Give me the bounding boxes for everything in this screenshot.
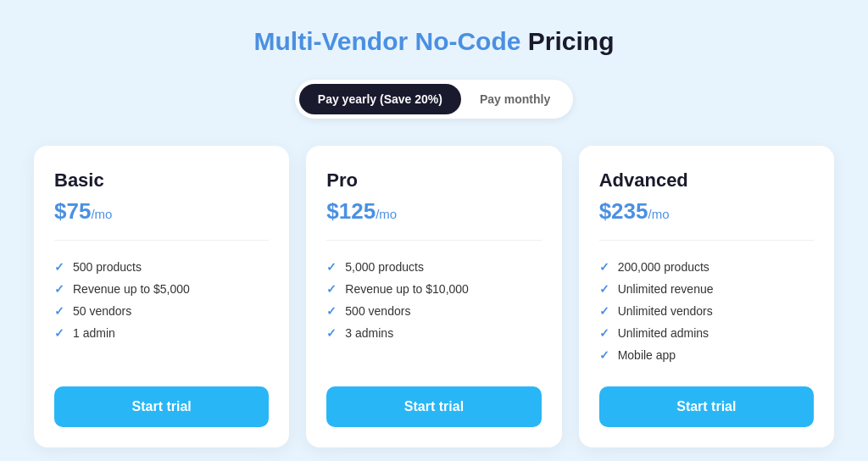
checkmark-icon: ✓ bbox=[326, 304, 337, 318]
features-list-pro: ✓5,000 products✓Revenue up to $10,000✓50… bbox=[326, 256, 541, 366]
plan-price-pro: $125/mo bbox=[326, 198, 541, 225]
checkmark-icon: ✓ bbox=[326, 260, 337, 274]
checkmark-icon: ✓ bbox=[54, 326, 64, 340]
feature-text: Unlimited vendors bbox=[618, 304, 713, 318]
plan-name-pro: Pro bbox=[326, 169, 541, 192]
list-item: ✓500 products bbox=[54, 256, 269, 278]
feature-text: Revenue up to $5,000 bbox=[73, 282, 190, 296]
feature-text: 500 products bbox=[73, 260, 142, 274]
feature-text: Revenue up to $10,000 bbox=[345, 282, 469, 296]
feature-text: 50 vendors bbox=[73, 304, 131, 318]
list-item: ✓Unlimited admins bbox=[599, 322, 814, 344]
page-title: Multi-Vendor No-Code Pricing bbox=[253, 27, 614, 56]
checkmark-icon: ✓ bbox=[54, 282, 64, 296]
title-suffix: Pricing bbox=[520, 27, 614, 55]
pay-monthly-button[interactable]: Pay monthly bbox=[461, 84, 569, 114]
checkmark-icon: ✓ bbox=[599, 326, 609, 340]
checkmark-icon: ✓ bbox=[54, 304, 64, 318]
checkmark-icon: ✓ bbox=[326, 282, 337, 296]
feature-text: Unlimited revenue bbox=[618, 282, 714, 296]
checkmark-icon: ✓ bbox=[599, 282, 609, 296]
start-trial-button-advanced[interactable]: Start trial bbox=[599, 386, 814, 427]
plans-grid: Basic$75/mo✓500 products✓Revenue up to $… bbox=[34, 146, 834, 447]
feature-text: Mobile app bbox=[618, 348, 676, 362]
plan-card-pro: Pro$125/mo✓5,000 products✓Revenue up to … bbox=[306, 146, 561, 447]
feature-text: 200,000 products bbox=[618, 260, 709, 274]
feature-text: 1 admin bbox=[73, 326, 115, 340]
list-item: ✓50 vendors bbox=[54, 300, 269, 322]
checkmark-icon: ✓ bbox=[326, 326, 337, 340]
start-trial-button-pro[interactable]: Start trial bbox=[326, 386, 541, 427]
page-wrapper: Multi-Vendor No-Code Pricing Pay yearly … bbox=[0, 0, 868, 461]
plan-card-advanced: Advanced$235/mo✓200,000 products✓Unlimit… bbox=[579, 146, 834, 447]
plan-card-basic: Basic$75/mo✓500 products✓Revenue up to $… bbox=[34, 146, 289, 447]
feature-text: 500 vendors bbox=[345, 304, 410, 318]
feature-text: Unlimited admins bbox=[618, 326, 709, 340]
billing-toggle: Pay yearly (Save 20%) Pay monthly bbox=[295, 80, 573, 119]
feature-text: 5,000 products bbox=[345, 260, 424, 274]
features-list-basic: ✓500 products✓Revenue up to $5,000✓50 ve… bbox=[54, 256, 269, 366]
plan-divider-basic bbox=[54, 240, 269, 241]
checkmark-icon: ✓ bbox=[599, 260, 609, 274]
feature-text: 3 admins bbox=[345, 326, 393, 340]
pay-yearly-button[interactable]: Pay yearly (Save 20%) bbox=[299, 84, 461, 114]
list-item: ✓Unlimited vendors bbox=[599, 300, 814, 322]
list-item: ✓Revenue up to $10,000 bbox=[326, 278, 541, 300]
plan-price-basic: $75/mo bbox=[54, 198, 269, 225]
plan-divider-advanced bbox=[599, 240, 814, 241]
checkmark-icon: ✓ bbox=[54, 260, 64, 274]
list-item: ✓3 admins bbox=[326, 322, 541, 344]
plan-price-advanced: $235/mo bbox=[599, 198, 814, 225]
plan-name-basic: Basic bbox=[54, 169, 269, 192]
list-item: ✓5,000 products bbox=[326, 256, 541, 278]
start-trial-button-basic[interactable]: Start trial bbox=[54, 386, 269, 427]
checkmark-icon: ✓ bbox=[599, 348, 609, 362]
plan-divider-pro bbox=[326, 240, 541, 241]
list-item: ✓Unlimited revenue bbox=[599, 278, 814, 300]
list-item: ✓500 vendors bbox=[326, 300, 541, 322]
checkmark-icon: ✓ bbox=[599, 304, 609, 318]
title-highlight: Multi-Vendor No-Code bbox=[253, 27, 520, 55]
list-item: ✓200,000 products bbox=[599, 256, 814, 278]
plan-name-advanced: Advanced bbox=[599, 169, 814, 192]
list-item: ✓1 admin bbox=[54, 322, 269, 344]
list-item: ✓Revenue up to $5,000 bbox=[54, 278, 269, 300]
list-item: ✓Mobile app bbox=[599, 344, 814, 366]
features-list-advanced: ✓200,000 products✓Unlimited revenue✓Unli… bbox=[599, 256, 814, 366]
